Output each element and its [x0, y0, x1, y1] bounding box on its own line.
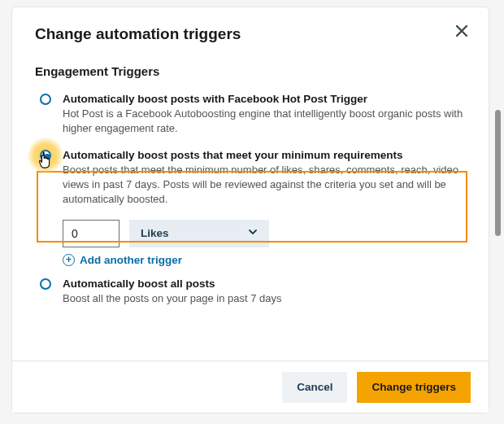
section-title: Engagement Triggers [35, 64, 466, 78]
add-trigger-label: Add another trigger [80, 254, 182, 266]
option-title: Automatically boost posts with Facebook … [63, 93, 466, 105]
scrollbar-thumb[interactable] [495, 110, 501, 236]
option-desc: Hot Post is a Facebook Autoboosting engi… [63, 107, 466, 136]
chevron-down-icon [248, 227, 258, 239]
radio-boost-all[interactable] [40, 278, 51, 290]
option-boost-all[interactable]: Automatically boost all posts Boost all … [40, 274, 466, 316]
radio-hot-post[interactable] [40, 94, 51, 105]
trigger-options: Automatically boost posts with Facebook … [35, 90, 466, 316]
change-triggers-dialog: Change automation triggers Engagement Tr… [11, 7, 489, 413]
criteria-row: Likes [63, 220, 466, 247]
change-triggers-button[interactable]: Change triggers [357, 372, 471, 403]
option-desc: Boost all the posts on your page in past… [63, 291, 466, 306]
plus-circle-icon: + [63, 254, 75, 266]
option-desc: Boost posts that meet the minimum number… [63, 163, 466, 207]
close-icon [455, 24, 468, 37]
cancel-button[interactable]: Cancel [282, 372, 347, 403]
dialog-footer: Cancel Change triggers [12, 361, 489, 413]
option-title: Automatically boost all posts [63, 278, 466, 290]
metric-selected-label: Likes [141, 227, 169, 239]
metric-select[interactable]: Likes [129, 220, 269, 247]
option-title: Automatically boost posts that meet your… [63, 149, 466, 161]
dialog-title: Change automation triggers [35, 25, 466, 43]
radio-minimum-requirements[interactable] [40, 150, 51, 161]
close-button[interactable] [450, 19, 474, 43]
threshold-input[interactable] [63, 220, 119, 247]
option-hot-post[interactable]: Automatically boost posts with Facebook … [40, 90, 466, 146]
option-minimum-requirements[interactable]: Automatically boost posts that meet your… [40, 146, 466, 212]
add-another-trigger[interactable]: + Add another trigger [63, 254, 466, 266]
